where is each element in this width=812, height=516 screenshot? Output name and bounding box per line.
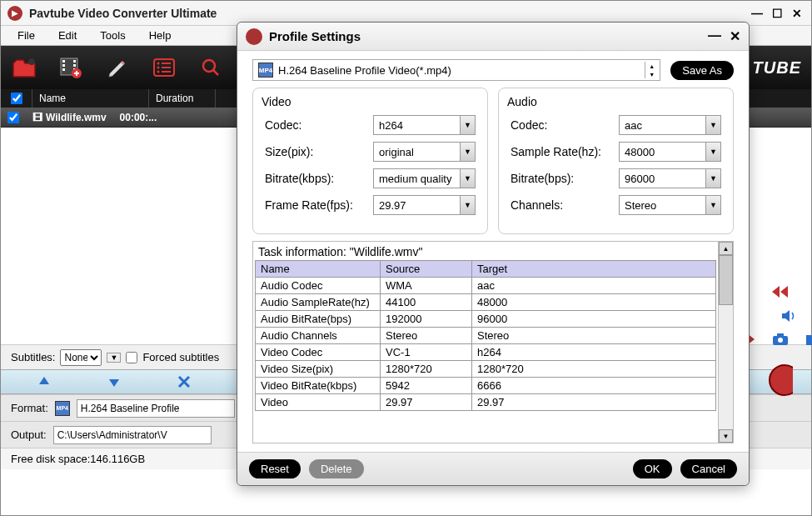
- audio-ch-combo[interactable]: Stereo▼: [619, 195, 721, 215]
- profile-select[interactable]: MP4 H.264 Baseline Profile Video(*.mp4) …: [252, 59, 660, 81]
- remove-button[interactable]: [174, 372, 194, 392]
- profile-format-icon: MP4: [258, 63, 273, 78]
- audio-sr-combo[interactable]: 48000▼: [619, 142, 721, 162]
- row-checkbox[interactable]: [7, 112, 19, 123]
- dropdown-icon[interactable]: ▼: [705, 143, 720, 161]
- task-title: Task information: "Wildlife.wmv": [255, 243, 716, 260]
- output-input[interactable]: [53, 426, 212, 444]
- svg-point-11: [157, 67, 160, 69]
- dropdown-icon[interactable]: ▼: [705, 116, 720, 134]
- menu-tools[interactable]: Tools: [90, 28, 135, 43]
- snapshot-button[interactable]: [768, 329, 793, 349]
- subtitles-label: Subtitles:: [11, 351, 55, 363]
- header-check[interactable]: [1, 89, 32, 108]
- forced-subtitles-label: Forced subtitles: [142, 351, 219, 363]
- minimize-button[interactable]: —: [750, 6, 765, 21]
- task-cell: VC-1: [381, 344, 472, 361]
- menu-file[interactable]: File: [7, 28, 45, 43]
- profile-select-text: H.264 Baseline Profile Video(*.mp4): [278, 64, 451, 77]
- dropdown-icon[interactable]: ▼: [705, 196, 720, 214]
- dialog-close-button[interactable]: ✕: [730, 28, 740, 44]
- task-cell: Video BitRate(kbps): [256, 378, 381, 394]
- svg-point-12: [157, 71, 160, 73]
- task-cell: aac: [472, 278, 716, 294]
- audio-ch-label: Channels:: [511, 198, 619, 212]
- edit-button[interactable]: [104, 54, 131, 81]
- task-row: Video BitRate(kbps)59426666: [256, 378, 716, 394]
- dropdown-icon[interactable]: ▼: [705, 169, 720, 188]
- cancel-button[interactable]: Cancel: [680, 459, 737, 478]
- app-title: Pavtube Video Converter Ultimate: [29, 7, 750, 20]
- profile-spinner[interactable]: ▲▼: [645, 62, 658, 78]
- video-size-combo[interactable]: original▼: [373, 142, 476, 162]
- profile-settings-dialog: Profile Settings — ✕ MP4 H.264 Baseline …: [237, 22, 750, 486]
- audio-bitrate-label: Bitrate(bps):: [511, 172, 619, 185]
- forced-subtitles-checkbox[interactable]: [126, 352, 137, 363]
- dropdown-icon[interactable]: ▼: [460, 143, 475, 161]
- search-button[interactable]: [197, 54, 224, 81]
- move-up-button[interactable]: [34, 372, 54, 392]
- load-file-button[interactable]: [11, 54, 37, 81]
- prev-button[interactable]: [768, 282, 793, 302]
- task-cell: Audio Channels: [256, 328, 381, 344]
- audio-codec-combo[interactable]: aac▼: [619, 115, 721, 135]
- dialog-logo-icon: [246, 28, 262, 45]
- audio-group-title: Audio: [507, 95, 721, 108]
- subtitles-dropdown-icon[interactable]: ▼: [107, 353, 121, 363]
- video-bitrate-combo[interactable]: medium quality▼: [373, 168, 476, 188]
- task-cell: Audio BitRate(bps): [256, 311, 381, 328]
- audio-bitrate-combo[interactable]: 96000▼: [619, 168, 721, 188]
- svg-rect-5: [73, 60, 76, 63]
- video-codec-combo[interactable]: h264▼: [373, 115, 476, 135]
- task-cell: 1280*720: [472, 361, 716, 378]
- task-cell: 5942: [381, 378, 472, 394]
- volume-button[interactable]: [776, 306, 801, 326]
- task-cell: Audio Codec: [256, 278, 381, 294]
- header-name[interactable]: Name: [32, 89, 149, 108]
- menu-edit[interactable]: Edit: [48, 28, 87, 43]
- close-button[interactable]: ✕: [790, 6, 805, 21]
- task-cell: Stereo: [472, 328, 716, 344]
- task-scrollbar[interactable]: ▲ ▼: [718, 242, 733, 443]
- reset-button[interactable]: Reset: [249, 459, 301, 478]
- brand-label: TUBE: [753, 58, 801, 78]
- header-duration[interactable]: Duration: [149, 89, 216, 108]
- output-label: Output:: [11, 428, 47, 441]
- move-down-button[interactable]: [104, 372, 124, 392]
- svg-line-17: [213, 70, 218, 75]
- task-cell: 48000: [472, 294, 716, 311]
- row-name: Wildlife.wmv: [46, 112, 107, 123]
- convert-button[interactable]: [768, 370, 793, 390]
- dropdown-icon[interactable]: ▼: [460, 116, 475, 134]
- task-header-target[interactable]: Target: [472, 261, 716, 278]
- list-button[interactable]: [151, 54, 177, 81]
- scroll-up-icon[interactable]: ▲: [719, 242, 733, 255]
- ok-button[interactable]: OK: [633, 459, 672, 478]
- task-row: Video Size(pix)1280*7201280*720: [256, 361, 716, 378]
- menu-help[interactable]: Help: [139, 28, 182, 43]
- spin-down-icon[interactable]: ▼: [645, 70, 658, 78]
- format-input[interactable]: [77, 399, 235, 418]
- task-header-name[interactable]: Name: [256, 261, 381, 278]
- video-fps-combo[interactable]: 29.97▼: [373, 195, 476, 215]
- maximize-button[interactable]: ☐: [770, 6, 785, 21]
- task-header-source[interactable]: Source: [381, 261, 472, 278]
- svg-point-21: [770, 365, 793, 395]
- subtitles-select[interactable]: None: [60, 349, 102, 366]
- add-video-button[interactable]: [57, 54, 84, 81]
- dialog-footer: Reset Delete OK Cancel: [237, 452, 749, 485]
- scroll-thumb[interactable]: [719, 255, 733, 305]
- delete-button[interactable]: Delete: [309, 459, 364, 478]
- right-controls: [749, 90, 811, 407]
- open-folder-button[interactable]: [801, 329, 813, 349]
- task-cell: 29.97: [472, 394, 716, 411]
- video-group-title: Video: [262, 95, 476, 108]
- svg-point-0: [28, 58, 35, 65]
- dropdown-icon[interactable]: ▼: [460, 196, 475, 214]
- scroll-down-icon[interactable]: ▼: [719, 429, 733, 443]
- dropdown-icon[interactable]: ▼: [460, 169, 475, 188]
- spin-up-icon[interactable]: ▲: [645, 62, 658, 70]
- free-space-label: Free disk space:146.116GB: [11, 453, 145, 465]
- save-as-button[interactable]: Save As: [670, 61, 734, 80]
- dialog-minimize-button[interactable]: —: [708, 28, 721, 44]
